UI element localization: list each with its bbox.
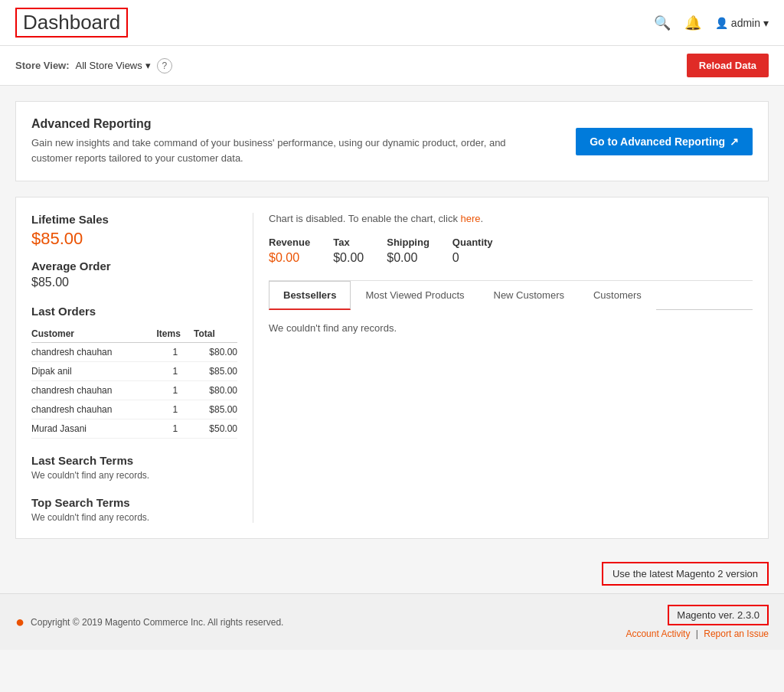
last-orders: Last Orders Customer Items Total chandre… [31, 305, 237, 439]
stat-tax: Tax $0.00 [333, 237, 364, 265]
bell-icon[interactable]: 🔔 [684, 15, 701, 31]
lifetime-sales-amount: $85.00 [31, 229, 237, 249]
stat-quantity: Quantity 0 [452, 237, 493, 265]
order-items: 1 [156, 419, 194, 439]
advanced-reporting-button[interactable]: Go to Advanced Reporting ↗ [576, 128, 753, 155]
table-row: chandresh chauhan 1 $85.00 [31, 400, 237, 419]
order-items: 1 [156, 400, 194, 419]
magento-logo-icon: ● [15, 613, 24, 631]
average-order-amount: $85.00 [31, 276, 237, 289]
order-total: $85.00 [194, 362, 237, 381]
table-row: Murad Jasani 1 $50.00 [31, 419, 237, 439]
search-icon[interactable]: 🔍 [654, 15, 671, 31]
revenue-value: $0.00 [269, 251, 310, 265]
table-row: Dipak anil 1 $85.00 [31, 362, 237, 381]
tab-most-viewed[interactable]: Most Viewed Products [351, 281, 479, 310]
order-items: 1 [156, 343, 194, 362]
help-button[interactable]: ? [157, 58, 172, 73]
order-customer: Dipak anil [31, 362, 156, 381]
revenue-label: Revenue [269, 237, 310, 248]
stat-revenue: Revenue $0.00 [269, 237, 310, 265]
store-view-label: Store View: [15, 60, 70, 71]
quantity-value: 0 [452, 251, 493, 265]
top-search-terms-title: Top Search Terms [31, 496, 237, 509]
tax-label: Tax [333, 237, 364, 248]
account-activity-link[interactable]: Account Activity [626, 628, 690, 639]
last-search-terms-no-records: We couldn't find any records. [31, 470, 237, 481]
top-header: Dashboard 🔍 🔔 👤 admin ▾ [0, 0, 784, 46]
lifetime-sales-label: Lifetime Sales [31, 213, 237, 226]
store-view-select[interactable]: All Store Views ▾ [76, 60, 151, 71]
stat-shipping: Shipping $0.00 [387, 237, 430, 265]
footer-left: ● Copyright © 2019 Magento Commerce Inc.… [15, 613, 283, 631]
version-notice-box: Use the latest Magento 2 version [602, 562, 769, 586]
order-total: $80.00 [194, 381, 237, 400]
magento-version-box: Magento ver. 2.3.0 [668, 605, 769, 625]
top-search-terms: Top Search Terms We couldn't find any re… [31, 496, 237, 523]
version-notice: Use the latest Magento 2 version [0, 554, 784, 593]
dashboard-body: Lifetime Sales $85.00 Average Order $85.… [15, 197, 769, 539]
table-row: chandresh chauhan 1 $80.00 [31, 381, 237, 400]
right-panel: Chart is disabled. To enable the chart, … [269, 213, 753, 523]
footer: ● Copyright © 2019 Magento Commerce Inc.… [0, 593, 784, 650]
advanced-reporting-description: Gain new insights and take command of yo… [31, 135, 506, 165]
report-issue-link[interactable]: Report an Issue [704, 628, 769, 639]
order-customer: chandresh chauhan [31, 381, 156, 400]
magento-version-value: ver. 2.3.0 [719, 609, 760, 621]
order-customer: chandresh chauhan [31, 343, 156, 362]
order-total: $80.00 [194, 343, 237, 362]
orders-col-customer: Customer [31, 325, 156, 343]
copyright-text: Copyright © 2019 Magento Commerce Inc. A… [31, 617, 283, 628]
stats-row: Revenue $0.00 Tax $0.00 Shipping $0.00 Q… [269, 237, 753, 265]
advanced-reporting-text: Advanced Reporting Gain new insights and… [31, 117, 506, 165]
table-row: chandresh chauhan 1 $80.00 [31, 343, 237, 362]
chart-disabled-text: Chart is disabled. To enable the chart, … [269, 213, 458, 224]
advanced-reporting-section: Advanced Reporting Gain new insights and… [15, 101, 769, 181]
lifetime-sales: Lifetime Sales $85.00 [31, 213, 237, 249]
shipping-value: $0.00 [387, 251, 430, 265]
chart-enable-link[interactable]: here [461, 213, 481, 224]
dropdown-icon: ▾ [763, 17, 769, 29]
advanced-reporting-title: Advanced Reporting [31, 117, 506, 131]
shipping-label: Shipping [387, 237, 430, 248]
tab-new-customers[interactable]: New Customers [479, 281, 579, 310]
main-content: Advanced Reporting Gain new insights and… [0, 86, 784, 554]
footer-separator: | [696, 628, 698, 639]
header-icons: 🔍 🔔 👤 admin ▾ [654, 15, 769, 31]
orders-col-items: Items [156, 325, 194, 343]
average-order: Average Order $85.00 [31, 260, 237, 289]
magento-version-label: Magento [677, 609, 716, 621]
order-customer: chandresh chauhan [31, 400, 156, 419]
order-total: $50.00 [194, 419, 237, 439]
advanced-reporting-button-label: Go to Advanced Reporting [590, 135, 725, 148]
admin-user-menu[interactable]: 👤 admin ▾ [715, 17, 769, 29]
order-items: 1 [156, 362, 194, 381]
store-dropdown-icon: ▾ [145, 60, 151, 71]
chart-link-suffix: . [481, 213, 484, 224]
page-title: Dashboard [15, 8, 128, 38]
tax-value: $0.00 [333, 251, 364, 265]
top-search-terms-no-records: We couldn't find any records. [31, 512, 237, 523]
order-total: $85.00 [194, 400, 237, 419]
orders-table: Customer Items Total chandresh chauhan 1… [31, 325, 237, 439]
average-order-label: Average Order [31, 260, 237, 273]
last-orders-title: Last Orders [31, 305, 237, 318]
order-items: 1 [156, 381, 194, 400]
admin-label: admin [731, 17, 760, 29]
user-icon: 👤 [715, 17, 728, 29]
orders-col-total: Total [194, 325, 237, 343]
footer-right: Magento ver. 2.3.0 Account Activity | Re… [626, 605, 769, 639]
tab-no-records: We couldn't find any records. [269, 322, 753, 334]
last-search-terms-title: Last Search Terms [31, 454, 237, 467]
tab-customers[interactable]: Customers [579, 281, 656, 310]
tab-bestsellers[interactable]: Bestsellers [269, 281, 351, 310]
external-link-icon: ↗ [730, 135, 739, 148]
order-customer: Murad Jasani [31, 419, 156, 439]
reload-data-button[interactable]: Reload Data [687, 54, 769, 77]
tabs-header: BestsellersMost Viewed ProductsNew Custo… [269, 281, 753, 310]
footer-links: Account Activity | Report an Issue [626, 628, 769, 639]
tab-content: We couldn't find any records. [269, 310, 753, 346]
tabs-section: BestsellersMost Viewed ProductsNew Custo… [269, 280, 753, 346]
store-bar-left: Store View: All Store Views ▾ ? [15, 58, 172, 73]
left-panel: Lifetime Sales $85.00 Average Order $85.… [31, 213, 253, 523]
